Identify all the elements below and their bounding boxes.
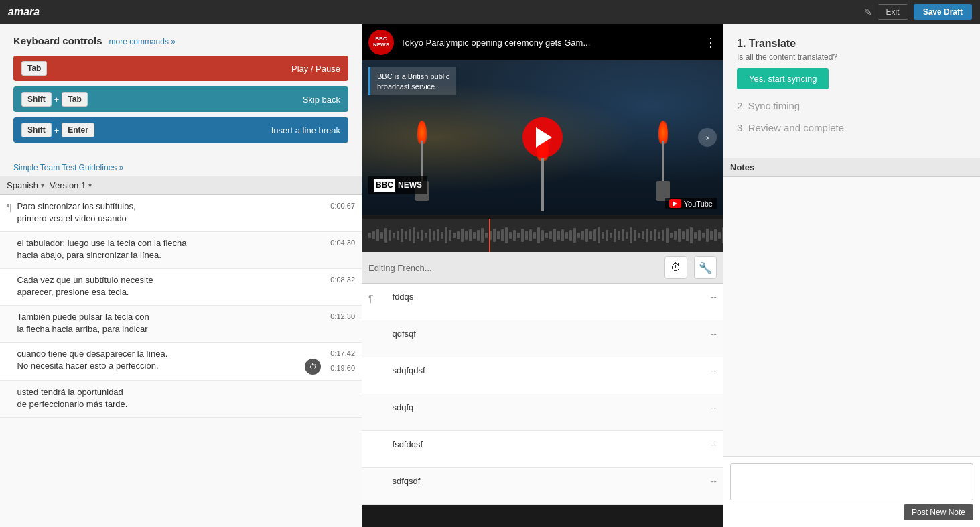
step-review-title: 3. Review and complete	[737, 122, 967, 133]
waveform-bar	[610, 233, 612, 238]
waveform-bar	[646, 229, 648, 242]
desc-text: BBC is a British publicbroadcast service…	[377, 72, 449, 91]
edit-icon: ✎	[864, 7, 872, 17]
french-row: ¶ sdqfq --	[362, 394, 723, 431]
bbc-box: BBC	[374, 179, 395, 192]
clock-button[interactable]: ⏱	[664, 256, 687, 279]
guidelines-link[interactable]: Simple Team Test Guidelines »	[0, 159, 362, 176]
waveform-bar	[666, 228, 669, 243]
subtitle-row: ¶ También puede pulsar la tecla conla fl…	[0, 306, 362, 343]
waveform-bar	[384, 228, 387, 243]
waveform-bar	[710, 231, 713, 240]
steps-section: 1. Translate Is all the content translat…	[723, 24, 980, 158]
waveform-bar	[557, 231, 560, 240]
time-sync-icon: ⏱	[309, 363, 317, 371]
save-draft-button[interactable]: Save Draft	[914, 4, 972, 20]
waveform-bar	[449, 230, 451, 241]
wrench-button[interactable]: 🔧	[694, 256, 717, 279]
waveform-bar	[509, 232, 512, 239]
waveform-bar	[638, 233, 640, 238]
waveform-bar	[714, 229, 717, 241]
waveform-bar	[694, 232, 697, 239]
subtitle-row: ¶ Cada vez que un subtítulo necesiteapar…	[0, 269, 362, 306]
post-note-button[interactable]: Post New Note	[904, 504, 973, 520]
plus-2: +	[54, 125, 60, 135]
waveform-bar	[545, 233, 548, 238]
shortcut-label-break: Insert a line break	[271, 125, 340, 135]
play-circle	[522, 117, 563, 158]
french-row: ¶ qdfsqf --	[362, 320, 723, 357]
waveform-bar	[678, 229, 681, 242]
waveform-bar	[686, 229, 689, 241]
waveform-bar	[630, 227, 632, 243]
dash-indicator: --	[711, 402, 717, 413]
video-header: BBCNEWS Tokyo Paralympic opening ceremon…	[362, 24, 723, 60]
top-bar: amara ✎ Exit Save Draft	[0, 0, 980, 24]
note-textarea[interactable]	[730, 463, 973, 500]
news-text: NEWS	[398, 180, 422, 191]
dash-indicator: --	[711, 329, 717, 339]
more-commands-link[interactable]: more commands »	[109, 37, 176, 46]
lang-dropdown-arrow: ▾	[41, 182, 44, 189]
waveform-bar	[553, 229, 556, 242]
torch-pole-center	[541, 158, 544, 211]
waveform-area[interactable]	[362, 219, 723, 252]
subtitle-time: 0:17.42	[330, 349, 355, 357]
waveform-bar	[457, 231, 460, 239]
french-row: ¶ sdqfqdsf --	[362, 357, 723, 394]
shortcut-play-pause: Tab Play / Pause	[13, 56, 348, 81]
waveform-bar	[654, 229, 656, 241]
subtitle-time-2: 0:19.60	[330, 364, 355, 372]
version-selector[interactable]: Version 1 ▾	[50, 180, 92, 190]
keyboard-controls-title: Keyboard controls	[13, 35, 102, 46]
version-label: Version 1	[50, 180, 86, 190]
waveform-bar	[521, 229, 524, 242]
yes-start-syncing-button[interactable]: Yes, start syncing	[737, 68, 829, 89]
waveform-bar	[670, 233, 673, 238]
waveform-bar	[380, 232, 383, 239]
subtitle-text: usted tendrá la oportunidadde perfeccion…	[17, 386, 348, 410]
waveform-bar	[445, 227, 447, 243]
keyboard-controls-section: Keyboard controls more commands » Tab Pl…	[0, 24, 362, 159]
waveform-bar	[517, 233, 520, 238]
step-translate-title: 1. Translate	[737, 38, 967, 50]
dash-indicator: --	[711, 365, 717, 376]
key-tab-2: Tab	[62, 92, 87, 107]
waveform-bar	[461, 229, 464, 242]
dash-indicator: --	[711, 476, 717, 487]
waveform-bar	[497, 231, 500, 239]
language-selector[interactable]: Spanish ▾	[7, 180, 44, 190]
play-triangle	[536, 127, 552, 148]
subtitle-row: ¶ usted tendrá la oportunidadde perfecci…	[0, 381, 362, 418]
right-panel: 1. Translate Is all the content translat…	[723, 24, 980, 527]
subtitle-time: 0:04.30	[330, 239, 355, 247]
language-label: Spanish	[7, 180, 38, 190]
waveform-bar	[405, 231, 407, 239]
waveform-bar	[389, 230, 391, 241]
exit-button[interactable]: Exit	[878, 4, 908, 20]
french-row: ¶ fddqs --	[362, 284, 723, 320]
video-more-button[interactable]: ⋮	[705, 35, 717, 50]
waveform-bar	[401, 229, 403, 242]
waveform-bar	[441, 232, 443, 239]
video-thumbnail[interactable]: BBC is a British publicbroadcast service…	[362, 60, 723, 215]
key-enter: Enter	[62, 123, 94, 137]
french-text: fddqs	[379, 292, 704, 302]
chevron-nav-button[interactable]: ›	[698, 128, 717, 147]
subtitle-time: 0:00.67	[330, 202, 355, 210]
note-input-area: Post New Note	[723, 456, 980, 527]
video-description: BBC is a British publicbroadcast service…	[368, 67, 456, 95]
waveform-bar	[421, 230, 423, 241]
bbc-logo: BBCNEWS	[368, 30, 394, 55]
time-sync-button[interactable]: ⏱	[305, 359, 321, 375]
play-button-overlay[interactable]	[522, 117, 563, 158]
version-dropdown-arrow: ▾	[88, 182, 92, 189]
waveform-bar	[469, 229, 472, 241]
waveform-bar	[541, 230, 544, 241]
dash-indicator: --	[711, 292, 717, 302]
subtitle-text: cuando tiene que desaparecer la línea.No…	[17, 348, 301, 372]
waveform-bar	[417, 232, 419, 239]
subtitle-text: Para sincronizar los subtítulos,primero …	[17, 200, 324, 225]
step-review: 3. Review and complete	[737, 122, 967, 133]
youtube-logo: YouTube	[665, 198, 717, 209]
